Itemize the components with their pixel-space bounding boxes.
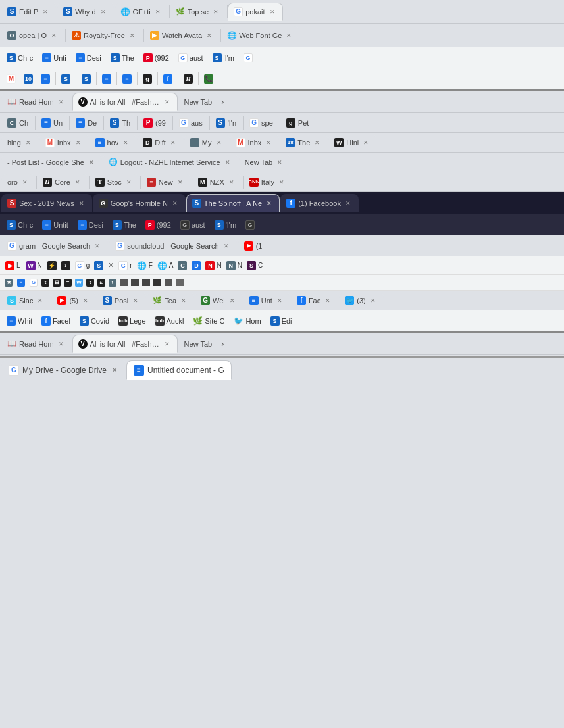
tab-hov[interactable]: ≡ hov ✕ [90, 135, 137, 151]
tab-pet[interactable]: g Pet [280, 115, 315, 131]
bookmark-skype-3[interactable]: S [92, 260, 105, 272]
bookmark-t2[interactable]: t [85, 278, 95, 287]
tab-twitter[interactable]: 🐦 (3) ✕ [339, 293, 383, 308]
bookmark-eq[interactable]: = [63, 278, 73, 287]
tab-posi[interactable]: S Posi ✕ [97, 293, 146, 308]
close-icon[interactable]: ✕ [323, 296, 332, 305]
bookmark-unti[interactable]: ≡ Unti [38, 52, 70, 64]
bookmark-skype2[interactable]: S [78, 73, 95, 85]
tab-unt[interactable]: ≡ Unt ✕ [244, 293, 290, 308]
bookmark-hom[interactable]: 🐦 Hom [230, 315, 265, 327]
bookmark-facel[interactable]: f Facel [38, 315, 74, 327]
bookmark-google-s[interactable]: G [28, 278, 39, 287]
close-icon[interactable]: ✕ [265, 199, 274, 208]
bookmark-whit[interactable]: ≡ Whit [3, 315, 36, 327]
tab-the[interactable]: 18 The ✕ [280, 135, 328, 151]
tab-de[interactable]: ≡ De [70, 115, 103, 131]
bookmark-google-3[interactable]: G g [73, 260, 92, 272]
tab-hini[interactable]: W Hini ✕ [328, 135, 376, 151]
close-icon[interactable]: ✕ [227, 178, 236, 187]
close-icon[interactable]: ✕ [73, 178, 82, 187]
close-icon[interactable]: ✕ [179, 296, 188, 305]
bookmark-aust[interactable]: G aust [174, 52, 207, 64]
bookmark-ch-c[interactable]: S Ch-c [3, 52, 37, 64]
close-icon[interactable]: ✕ [81, 296, 90, 305]
close-icon[interactable]: ✕ [36, 296, 45, 305]
bookmark-desi-2[interactable]: ≡ Desi [74, 219, 107, 231]
tab-read-home-2[interactable]: 📖 Read Hom ✕ [1, 335, 72, 353]
close-icon[interactable]: ✕ [57, 339, 66, 349]
bookmark-n2[interactable]: N N [224, 260, 244, 272]
tab-inbx-2[interactable]: M Inbx ✕ [230, 135, 280, 151]
tab-sex[interactable]: S Sex - 2019 News ✕ [1, 194, 92, 212]
bookmark-skype1[interactable]: S [57, 73, 74, 85]
bookmark-sq2[interactable] [130, 279, 140, 287]
tab-royalty[interactable]: ⚠ Royalty-Free ✕ [66, 26, 143, 45]
bookmark-t1[interactable]: t [40, 278, 51, 287]
bookmark-sq1[interactable] [118, 279, 129, 287]
bookmark-sq6[interactable] [174, 279, 185, 287]
close-icon[interactable]: ✕ [268, 7, 277, 16]
tab-read-home-1[interactable]: 📖 Read Hom ✕ [1, 93, 72, 111]
tab-pokait[interactable]: G pokait ✕ [228, 3, 282, 21]
tab-avatar[interactable]: ▶ Watch Avata ✕ [144, 26, 220, 45]
close-icon[interactable]: ✕ [74, 138, 83, 147]
tab-dift[interactable]: D Dift ✕ [137, 135, 184, 151]
bookmark-c[interactable]: C [176, 260, 189, 272]
close-icon[interactable]: ✕ [41, 7, 50, 16]
tab-tea[interactable]: 🌿 Tea ✕ [147, 293, 194, 308]
tab-webfont[interactable]: 🌐 Web Font Ge ✕ [221, 26, 299, 45]
close-icon[interactable]: ✕ [77, 199, 86, 208]
tab-aus[interactable]: G aus [173, 115, 209, 131]
bookmark-the-2[interactable]: S The [109, 219, 140, 231]
close-icon[interactable]: ✕ [369, 296, 378, 305]
tab-new-tab-2[interactable]: New Tab ✕ [239, 155, 291, 170]
bookmark-grid[interactable]: ⊞ [51, 278, 62, 287]
bookmark-edi[interactable]: S Edi [267, 315, 296, 327]
bookmark-grammarly[interactable]: g [139, 73, 156, 85]
bookmark-992-2[interactable]: P (992 [141, 219, 175, 231]
tab-facebook-1[interactable]: f (1) Facebook ✕ [280, 194, 359, 212]
tab-why-d[interactable]: S Why d ✕ [57, 3, 113, 21]
close-icon[interactable]: ✕ [163, 339, 172, 349]
bookmark-globe-f[interactable]: 🌐 F [135, 260, 155, 272]
bookmark-ch-c-2[interactable]: S Ch-c [3, 219, 37, 231]
tab-spinoff[interactable]: S The Spinoff | A Ne ✕ [186, 194, 280, 212]
close-icon[interactable]: ✕ [24, 138, 33, 147]
close-icon[interactable]: ✕ [168, 138, 178, 147]
tab-italy[interactable]: CNN Italy ✕ [244, 174, 292, 190]
close-icon[interactable]: ✕ [153, 7, 163, 16]
tab-slack[interactable]: S Slac ✕ [1, 293, 51, 308]
tab-hing[interactable]: hing ✕ [1, 135, 39, 151]
bookmark-facebook[interactable]: f [159, 73, 176, 85]
bookmark-badge10[interactable]: 10 [20, 73, 37, 85]
bookmark-arrow[interactable]: › [59, 260, 72, 272]
bookmark-google-2[interactable]: G [242, 219, 259, 231]
bookmark-herald[interactable]: H [180, 73, 197, 85]
bookmark-slack[interactable]: S C [245, 260, 265, 272]
close-icon[interactable]: ✕ [87, 158, 96, 167]
tab-youtube-1[interactable]: ▶ (1 [238, 237, 269, 255]
bookmark-close[interactable]: ✕ [106, 260, 116, 271]
bookmark-yt-l[interactable]: ▶ L [3, 260, 23, 272]
bookmark-auckl[interactable]: hub Auckl [151, 315, 188, 327]
close-icon[interactable]: ✕ [205, 31, 214, 40]
bookmark-w-blue[interactable]: W [74, 278, 84, 287]
close-icon[interactable]: ✕ [99, 7, 108, 16]
bookmark-doc3[interactable]: ≡ [118, 73, 136, 85]
bookmark-sitec[interactable]: 🌿 Site C [189, 315, 228, 327]
bookmark-untit[interactable]: ≡ Untit [38, 219, 72, 231]
bookmark-aust-2[interactable]: G aust [176, 219, 209, 231]
bookmark-phone[interactable]: 📞 [200, 73, 217, 85]
tab-gram-search[interactable]: G gram - Google Search ✕ [1, 237, 108, 255]
tab-my[interactable]: — My ✕ [184, 135, 230, 151]
bookmark-doc1[interactable]: ≡ [37, 73, 54, 85]
tab-nzx[interactable]: M NZX ✕ [192, 174, 242, 190]
close-icon[interactable]: ✕ [176, 178, 185, 187]
tab-spe[interactable]: G spe [244, 115, 279, 131]
tab-logout[interactable]: 🌐 Logout - NZHL Internet Service ✕ [103, 155, 238, 170]
tab-oro[interactable]: oro ✕ [1, 174, 36, 190]
tab-new-tab-3[interactable]: New Tab [178, 335, 218, 353]
bookmark-doc2[interactable]: ≡ [98, 73, 115, 85]
bookmark-im-2[interactable]: S 'I'm [211, 219, 240, 231]
